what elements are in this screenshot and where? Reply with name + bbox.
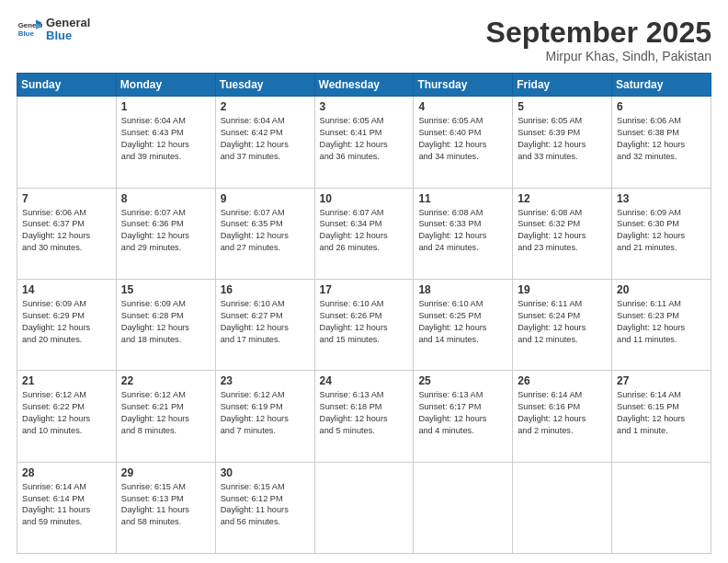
- cell-info: Sunrise: 6:05 AM Sunset: 6:40 PM Dayligh…: [418, 115, 507, 163]
- calendar-cell: 17Sunrise: 6:10 AM Sunset: 6:26 PM Dayli…: [314, 279, 414, 370]
- calendar-cell: 8Sunrise: 6:07 AM Sunset: 6:36 PM Daylig…: [116, 188, 215, 279]
- day-number: 20: [617, 283, 706, 296]
- calendar-cell: 16Sunrise: 6:10 AM Sunset: 6:27 PM Dayli…: [215, 279, 314, 370]
- day-number: 15: [121, 283, 210, 296]
- cell-info: Sunrise: 6:14 AM Sunset: 6:16 PM Dayligh…: [518, 389, 607, 437]
- calendar-cell: 21Sunrise: 6:12 AM Sunset: 6:22 PM Dayli…: [17, 371, 117, 462]
- month-title: September 2025: [486, 17, 711, 49]
- calendar-cell: 12Sunrise: 6:08 AM Sunset: 6:32 PM Dayli…: [513, 188, 612, 279]
- logo-line2: Blue: [46, 29, 90, 42]
- day-number: 2: [221, 100, 310, 113]
- cell-info: Sunrise: 6:05 AM Sunset: 6:41 PM Dayligh…: [320, 115, 409, 163]
- cell-info: Sunrise: 6:09 AM Sunset: 6:30 PM Dayligh…: [617, 207, 706, 255]
- cell-info: Sunrise: 6:11 AM Sunset: 6:23 PM Dayligh…: [617, 298, 706, 346]
- calendar-cell: 14Sunrise: 6:09 AM Sunset: 6:29 PM Dayli…: [17, 279, 117, 370]
- day-number: 7: [22, 192, 111, 205]
- cell-info: Sunrise: 6:07 AM Sunset: 6:34 PM Dayligh…: [320, 207, 409, 255]
- calendar-cell: 5Sunrise: 6:05 AM Sunset: 6:39 PM Daylig…: [513, 97, 612, 188]
- day-number: 5: [518, 100, 607, 113]
- calendar-cell: 1Sunrise: 6:04 AM Sunset: 6:43 PM Daylig…: [116, 97, 215, 188]
- day-number: 8: [121, 192, 210, 205]
- calendar-cell: 29Sunrise: 6:15 AM Sunset: 6:13 PM Dayli…: [116, 462, 215, 553]
- calendar-cell: 30Sunrise: 6:15 AM Sunset: 6:12 PM Dayli…: [215, 462, 314, 553]
- day-number: 11: [418, 192, 507, 205]
- title-section: September 2025 Mirpur Khas, Sindh, Pakis…: [486, 17, 711, 63]
- cell-info: Sunrise: 6:06 AM Sunset: 6:37 PM Dayligh…: [22, 207, 111, 255]
- cell-info: Sunrise: 6:10 AM Sunset: 6:25 PM Dayligh…: [418, 298, 507, 346]
- calendar-cell: 13Sunrise: 6:09 AM Sunset: 6:30 PM Dayli…: [612, 188, 711, 279]
- day-number: 30: [221, 466, 310, 479]
- week-row-2: 14Sunrise: 6:09 AM Sunset: 6:29 PM Dayli…: [17, 279, 711, 370]
- cell-info: Sunrise: 6:10 AM Sunset: 6:27 PM Dayligh…: [221, 298, 310, 346]
- header-tuesday: Tuesday: [215, 74, 314, 97]
- cell-info: Sunrise: 6:07 AM Sunset: 6:36 PM Dayligh…: [121, 207, 210, 255]
- calendar-cell: [314, 462, 414, 553]
- day-number: 17: [320, 283, 409, 296]
- calendar-cell: 20Sunrise: 6:11 AM Sunset: 6:23 PM Dayli…: [612, 279, 711, 370]
- day-number: 16: [221, 283, 310, 296]
- calendar-cell: [414, 462, 513, 553]
- logo: General Blue General Blue: [17, 17, 90, 43]
- day-number: 1: [121, 100, 210, 113]
- calendar-cell: 10Sunrise: 6:07 AM Sunset: 6:34 PM Dayli…: [314, 188, 414, 279]
- calendar-cell: 15Sunrise: 6:09 AM Sunset: 6:28 PM Dayli…: [116, 279, 215, 370]
- calendar-cell: 9Sunrise: 6:07 AM Sunset: 6:35 PM Daylig…: [215, 188, 314, 279]
- header-wednesday: Wednesday: [314, 74, 414, 97]
- calendar-cell: 6Sunrise: 6:06 AM Sunset: 6:38 PM Daylig…: [612, 97, 711, 188]
- day-number: 19: [518, 283, 607, 296]
- calendar-cell: 2Sunrise: 6:04 AM Sunset: 6:42 PM Daylig…: [215, 97, 314, 188]
- day-number: 14: [22, 283, 111, 296]
- calendar-cell: 27Sunrise: 6:14 AM Sunset: 6:15 PM Dayli…: [612, 371, 711, 462]
- day-number: 28: [22, 466, 111, 479]
- calendar-cell: 4Sunrise: 6:05 AM Sunset: 6:40 PM Daylig…: [414, 97, 513, 188]
- cell-info: Sunrise: 6:14 AM Sunset: 6:15 PM Dayligh…: [617, 389, 706, 437]
- cell-info: Sunrise: 6:12 AM Sunset: 6:22 PM Dayligh…: [22, 389, 111, 437]
- header-saturday: Saturday: [612, 74, 711, 97]
- day-number: 21: [22, 374, 111, 387]
- calendar-table: Sunday Monday Tuesday Wednesday Thursday…: [17, 73, 711, 554]
- cell-info: Sunrise: 6:07 AM Sunset: 6:35 PM Dayligh…: [221, 207, 310, 255]
- calendar-cell: 19Sunrise: 6:11 AM Sunset: 6:24 PM Dayli…: [513, 279, 612, 370]
- calendar-cell: [17, 97, 117, 188]
- header: General Blue General Blue September 2025…: [17, 17, 711, 63]
- cell-info: Sunrise: 6:15 AM Sunset: 6:13 PM Dayligh…: [121, 481, 210, 529]
- cell-info: Sunrise: 6:12 AM Sunset: 6:19 PM Dayligh…: [221, 389, 310, 437]
- day-number: 18: [418, 283, 507, 296]
- calendar-cell: 18Sunrise: 6:10 AM Sunset: 6:25 PM Dayli…: [414, 279, 513, 370]
- svg-text:Blue: Blue: [18, 29, 35, 38]
- day-number: 23: [221, 374, 310, 387]
- day-number: 4: [418, 100, 507, 113]
- cell-info: Sunrise: 6:13 AM Sunset: 6:17 PM Dayligh…: [418, 389, 507, 437]
- day-number: 6: [617, 100, 706, 113]
- day-number: 29: [121, 466, 210, 479]
- week-row-1: 7Sunrise: 6:06 AM Sunset: 6:37 PM Daylig…: [17, 188, 711, 279]
- calendar-cell: 28Sunrise: 6:14 AM Sunset: 6:14 PM Dayli…: [17, 462, 117, 553]
- calendar-cell: 22Sunrise: 6:12 AM Sunset: 6:21 PM Dayli…: [116, 371, 215, 462]
- day-number: 10: [320, 192, 409, 205]
- day-number: 26: [518, 374, 607, 387]
- calendar-cell: 7Sunrise: 6:06 AM Sunset: 6:37 PM Daylig…: [17, 188, 117, 279]
- day-number: 9: [221, 192, 310, 205]
- cell-info: Sunrise: 6:10 AM Sunset: 6:26 PM Dayligh…: [320, 298, 409, 346]
- cell-info: Sunrise: 6:14 AM Sunset: 6:14 PM Dayligh…: [22, 481, 111, 529]
- calendar-cell: [612, 462, 711, 553]
- day-number: 3: [320, 100, 409, 113]
- header-thursday: Thursday: [414, 74, 513, 97]
- calendar-cell: 25Sunrise: 6:13 AM Sunset: 6:17 PM Dayli…: [414, 371, 513, 462]
- calendar-cell: 26Sunrise: 6:14 AM Sunset: 6:16 PM Dayli…: [513, 371, 612, 462]
- calendar-cell: 11Sunrise: 6:08 AM Sunset: 6:33 PM Dayli…: [414, 188, 513, 279]
- day-number: 13: [617, 192, 706, 205]
- day-number: 22: [121, 374, 210, 387]
- cell-info: Sunrise: 6:08 AM Sunset: 6:32 PM Dayligh…: [518, 207, 607, 255]
- calendar-cell: [513, 462, 612, 553]
- cell-info: Sunrise: 6:04 AM Sunset: 6:42 PM Dayligh…: [221, 115, 310, 163]
- cell-info: Sunrise: 6:12 AM Sunset: 6:21 PM Dayligh…: [121, 389, 210, 437]
- header-friday: Friday: [513, 74, 612, 97]
- cell-info: Sunrise: 6:06 AM Sunset: 6:38 PM Dayligh…: [617, 115, 706, 163]
- day-number: 25: [418, 374, 507, 387]
- logo-icon: General Blue: [17, 17, 42, 42]
- cell-info: Sunrise: 6:05 AM Sunset: 6:39 PM Dayligh…: [518, 115, 607, 163]
- calendar-cell: 23Sunrise: 6:12 AM Sunset: 6:19 PM Dayli…: [215, 371, 314, 462]
- logo-line1: General: [46, 17, 90, 29]
- calendar-cell: 24Sunrise: 6:13 AM Sunset: 6:18 PM Dayli…: [314, 371, 414, 462]
